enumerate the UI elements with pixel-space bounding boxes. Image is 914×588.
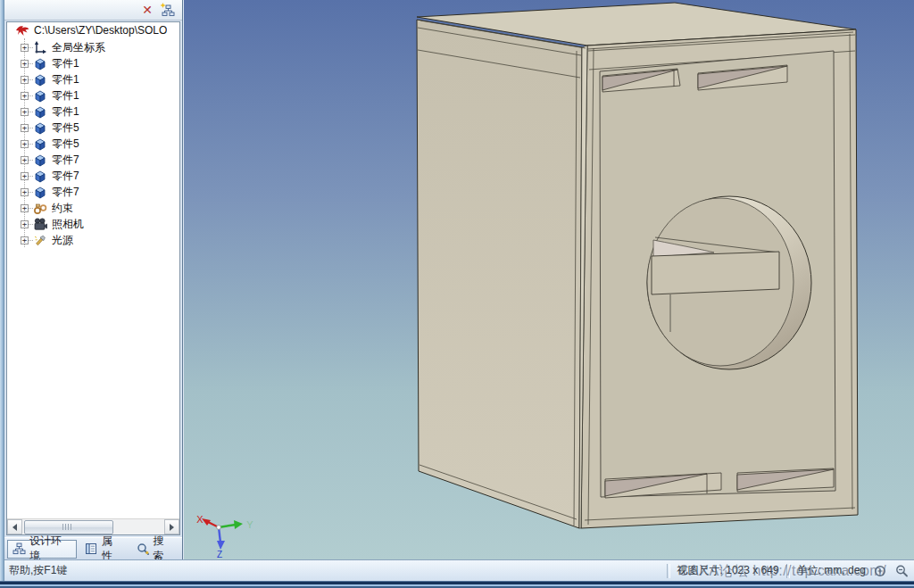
tree-item-label: 照相机 — [52, 217, 84, 232]
axis-z-label: Z — [217, 550, 222, 559]
tree-item[interactable]: + 光源 — [7, 232, 179, 248]
scroll-left-arrow[interactable] — [7, 519, 22, 534]
tree-item[interactable]: + 零件5 — [7, 120, 179, 136]
panel-tab[interactable]: 属性 — [79, 540, 128, 559]
caxa-forum-watermark: CAXA论坛 http://top.caxa.com/ — [678, 562, 886, 581]
tree-horizontal-scrollbar[interactable] — [7, 518, 179, 534]
scrollbar-thumb[interactable] — [24, 520, 113, 534]
scroll-right-arrow[interactable] — [164, 519, 179, 534]
panel-tab[interactable]: 设计环境 — [7, 540, 77, 559]
window-left-border — [0, 0, 4, 581]
tree-item[interactable]: + 全局坐标系 — [7, 39, 179, 55]
expand-plus-icon[interactable]: + — [21, 220, 29, 228]
feature-tree-panel: ✕ C:\Users\ZY\Desktop\SOLO + 全局坐标系 + 零件1 — [4, 0, 183, 559]
expand-plus-icon[interactable]: + — [21, 188, 29, 196]
tree-item[interactable]: + 零件1 — [7, 71, 179, 87]
tree-item[interactable]: + 零件7 — [7, 152, 179, 168]
axis-x-label: X — [196, 514, 204, 525]
window-bottom-border — [0, 581, 914, 588]
status-separator — [667, 564, 670, 578]
tree-item-label: 零件1 — [52, 72, 79, 87]
tree-item-icon — [33, 137, 48, 151]
close-icon[interactable]: ✕ — [142, 4, 153, 16]
model-tree[interactable]: C:\Users\ZY\Desktop\SOLO + 全局坐标系 + 零件1 + — [6, 21, 180, 535]
tree-item[interactable]: + 零件7 — [7, 168, 179, 184]
expand-plus-icon[interactable]: + — [21, 156, 29, 164]
axis-origin — [217, 526, 221, 530]
expand-plus-icon[interactable]: + — [21, 236, 29, 244]
tree-item-icon — [33, 185, 48, 199]
caxa-root-icon — [15, 23, 30, 37]
tree-item-icon — [33, 217, 48, 231]
tree-item-icon — [33, 153, 48, 167]
expand-plus-icon[interactable]: + — [21, 108, 29, 116]
panel-tabbar: 设计环境 属性 搜索 — [4, 537, 182, 559]
tree-item-label: 约束 — [52, 201, 73, 216]
panel-tab[interactable]: 搜索 — [131, 540, 179, 559]
expand-plus-icon[interactable]: + — [21, 60, 29, 68]
tree-item-label: 零件1 — [52, 56, 79, 71]
tab-icon — [137, 542, 150, 556]
axis-y-label: Y — [246, 519, 253, 530]
expand-plus-icon[interactable]: + — [21, 92, 29, 100]
expand-plus-icon[interactable]: + — [21, 76, 29, 84]
tree-item-icon — [33, 120, 48, 135]
panel-toolbar: ✕ — [4, 0, 182, 21]
expand-plus-icon[interactable]: + — [21, 124, 29, 132]
tree-item-icon — [33, 88, 48, 103]
speaker-box-model[interactable] — [184, 0, 914, 559]
expand-plus-icon[interactable]: + — [21, 44, 29, 52]
tab-icon — [85, 542, 98, 556]
status-help-text: 帮助,按F1键 — [9, 563, 67, 578]
tree-item-label: 零件1 — [52, 88, 79, 104]
tree-item[interactable]: + 零件1 — [7, 87, 179, 104]
axis-triad: X Y Z — [184, 500, 264, 559]
tree-item[interactable]: + 零件5 — [7, 136, 179, 152]
tree-item[interactable]: + 零件1 — [7, 55, 179, 71]
tree-item-icon — [33, 56, 48, 70]
tree-item[interactable]: + 零件7 — [7, 184, 179, 200]
driver-hole — [647, 196, 811, 369]
tree-item-label: 零件1 — [52, 104, 79, 120]
cross-brace — [652, 252, 779, 294]
box-left-face — [417, 20, 582, 528]
tree-item-icon — [33, 40, 48, 54]
expand-plus-icon[interactable]: + — [21, 204, 29, 212]
tree-item-icon — [33, 72, 48, 87]
expand-plus-icon[interactable]: + — [21, 140, 29, 148]
tree-item[interactable]: + 照相机 — [7, 216, 179, 232]
tree-item[interactable]: + 零件1 — [7, 104, 179, 120]
tree-item-label: 零件7 — [52, 185, 79, 200]
tree-item-label: 零件7 — [52, 169, 79, 184]
tree-root-label: C:\Users\ZY\Desktop\SOLO — [34, 24, 167, 37]
tree-item-label: 零件7 — [52, 153, 79, 168]
expand-plus-icon[interactable]: + — [21, 172, 29, 180]
zoom-icon[interactable] — [894, 564, 909, 578]
tree-item-icon — [33, 233, 48, 247]
tree-item-label: 光源 — [52, 233, 73, 248]
assembly-tree-icon[interactable] — [160, 3, 175, 17]
tree-item-icon — [33, 104, 48, 119]
tree-item-label: 零件5 — [52, 137, 79, 152]
tree-item-icon — [33, 201, 48, 215]
tab-icon — [12, 542, 26, 556]
model-tree-items: + 全局坐标系 + 零件1 + 零件1 + 零件1 — [7, 38, 179, 248]
3d-viewport[interactable]: X Y Z — [184, 0, 914, 559]
tree-item-icon — [33, 169, 48, 183]
tree-item-label: 零件5 — [52, 120, 79, 136]
caxa-assembly-window: X Y Z ✕ C:\Users\ZY\Desktop\SOLO + — [0, 0, 914, 588]
tree-item-label: 全局坐标系 — [52, 40, 105, 55]
tree-item[interactable]: + 约束 — [7, 200, 179, 216]
tree-root-item[interactable]: C:\Users\ZY\Desktop\SOLO — [7, 22, 179, 38]
